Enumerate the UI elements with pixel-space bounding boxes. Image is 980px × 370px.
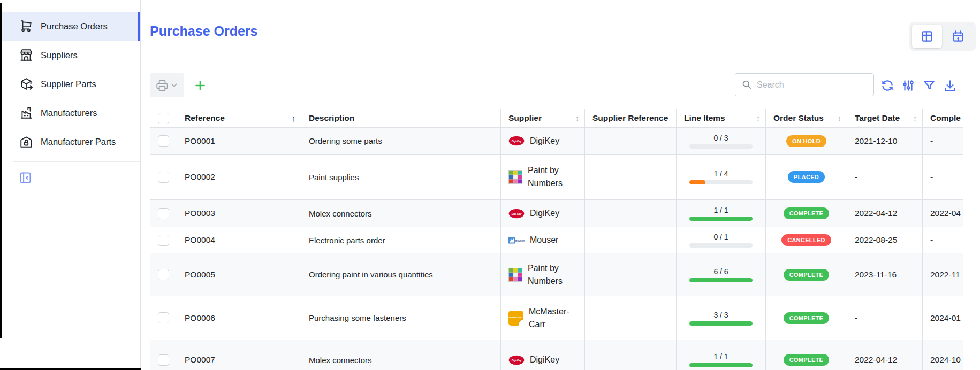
description-cell: Ordering paint in various quantities bbox=[301, 253, 501, 296]
svg-text:McMASTER: McMASTER bbox=[509, 315, 522, 318]
sidebar-item-suppliers[interactable]: Suppliers bbox=[0, 41, 140, 70]
print-button[interactable] bbox=[150, 73, 184, 97]
reference-cell: PO0007 bbox=[177, 340, 301, 370]
supplier-logo-mcmaster-carr: McMASTER bbox=[508, 311, 523, 326]
download-button[interactable] bbox=[941, 77, 958, 94]
row-checkbox[interactable] bbox=[158, 235, 169, 246]
warehouse-lock-icon bbox=[19, 135, 33, 149]
target-date-cell: 2021-12-10 bbox=[847, 128, 923, 155]
factory-icon bbox=[19, 106, 33, 120]
table-row[interactable]: PO0005 Ordering paint in various quantit… bbox=[150, 253, 964, 296]
column-settings-button[interactable] bbox=[900, 77, 916, 94]
status-badge: COMPLETE bbox=[784, 269, 830, 281]
column-header-supplier[interactable]: Supplier↕ bbox=[501, 109, 585, 128]
status-badge: COMPLETE bbox=[784, 207, 830, 219]
sidebar-collapse-icon bbox=[18, 171, 33, 185]
sidebar-item-manufacturers[interactable]: Manufacturers bbox=[0, 98, 140, 127]
filter-icon bbox=[922, 79, 936, 92]
table-row[interactable]: PO0001 Ordering some parts Digi-KeyDigiK… bbox=[150, 128, 964, 155]
description-cell: Paint supplies bbox=[301, 155, 501, 200]
description-cell: Molex connectors bbox=[301, 340, 501, 370]
sidebar-item-manufacturer-parts[interactable]: Manufacturer Parts bbox=[0, 127, 140, 156]
column-header-description[interactable]: Description bbox=[301, 109, 501, 128]
supplier-name: Mouser bbox=[530, 234, 558, 246]
refresh-icon bbox=[880, 79, 894, 92]
page-title: Purchase Orders bbox=[150, 24, 258, 39]
status-badge: COMPLETE bbox=[784, 354, 830, 366]
select-all-checkbox[interactable] bbox=[158, 113, 169, 124]
sidebar-item-label: Purchase Orders bbox=[41, 21, 108, 32]
sidebar-item-purchase-orders[interactable]: Purchase Orders bbox=[0, 12, 140, 41]
description-cell: Ordering some parts bbox=[301, 128, 501, 155]
description-cell: Purchasing some fasteners bbox=[301, 296, 501, 340]
calendar-view-button[interactable] bbox=[943, 25, 973, 48]
status-badge: ON HOLD bbox=[786, 135, 826, 147]
row-checkbox[interactable] bbox=[158, 354, 169, 366]
reference-cell: PO0002 bbox=[177, 155, 301, 200]
plus-icon bbox=[193, 79, 207, 92]
line-items-progress: 1 / 1 bbox=[689, 352, 753, 367]
supplier-reference-cell bbox=[585, 227, 677, 253]
view-toggle bbox=[909, 22, 976, 51]
status-badge: CANCELLED bbox=[781, 234, 831, 246]
row-checkbox[interactable] bbox=[158, 312, 169, 323]
package-export-icon bbox=[19, 77, 33, 91]
download-icon bbox=[943, 79, 957, 92]
sidebar-item-label: Manufacturers bbox=[41, 108, 97, 118]
supplier-logo-digikey: Digi-Key bbox=[508, 209, 525, 219]
column-header-line-items[interactable]: Line Items↕ bbox=[677, 109, 766, 128]
table-row[interactable]: PO0002 Paint supplies Paint by Numbers 1… bbox=[150, 155, 964, 200]
table-header-row: Reference↑ Description Supplier↕ Supplie… bbox=[150, 109, 964, 128]
supplier-name: DigiKey bbox=[530, 353, 559, 366]
completion-date-cell: - bbox=[923, 128, 964, 155]
chevron-down-icon bbox=[170, 81, 179, 90]
supplier-reference-cell bbox=[585, 128, 677, 155]
table-row[interactable]: PO0007 Molex connectors Digi-KeyDigiKey … bbox=[150, 340, 964, 370]
row-checkbox[interactable] bbox=[158, 269, 169, 280]
refresh-button[interactable] bbox=[879, 77, 895, 94]
supplier-reference-cell bbox=[585, 155, 677, 200]
sidebar-divider bbox=[13, 161, 140, 162]
search-icon bbox=[741, 79, 753, 90]
column-header-order-status[interactable]: Order Status↕ bbox=[766, 109, 847, 128]
row-checkbox[interactable] bbox=[158, 208, 169, 219]
sort-both-icon: ↕ bbox=[913, 114, 917, 122]
supplier-logo-mouser: MOUSER bbox=[508, 236, 525, 245]
supplier-reference-cell bbox=[585, 340, 677, 370]
description-cell: Electronic parts order bbox=[301, 227, 501, 253]
purchase-orders-table: Reference↑ Description Supplier↕ Supplie… bbox=[150, 109, 963, 370]
row-checkbox[interactable] bbox=[158, 135, 169, 147]
filter-button[interactable] bbox=[921, 77, 937, 94]
supplier-logo-paint-by-numbers bbox=[508, 170, 522, 184]
column-header-supplier-reference[interactable]: Supplier Reference bbox=[585, 109, 677, 128]
reference-cell: PO0004 bbox=[177, 227, 301, 253]
row-checkbox[interactable] bbox=[158, 172, 169, 183]
completion-date-cell: - bbox=[923, 227, 964, 253]
sort-both-icon: ↕ bbox=[756, 114, 760, 122]
line-items-progress: 6 / 6 bbox=[689, 267, 753, 282]
column-header-reference[interactable]: Reference↑ bbox=[177, 109, 301, 128]
line-items-progress: 3 / 3 bbox=[689, 311, 753, 326]
svg-text:MOUSER: MOUSER bbox=[515, 240, 525, 242]
supplier-reference-cell bbox=[585, 200, 677, 227]
sidebar-collapse-button[interactable] bbox=[18, 171, 33, 187]
target-date-cell: - bbox=[847, 155, 923, 200]
column-header-target-date[interactable]: Target Date↕ bbox=[847, 109, 923, 128]
table-row[interactable]: PO0003 Molex connectors Digi-KeyDigiKey … bbox=[150, 200, 964, 227]
sidebar-item-supplier-parts[interactable]: Supplier Parts bbox=[0, 70, 140, 98]
search-input[interactable] bbox=[757, 80, 873, 90]
sort-asc-icon: ↑ bbox=[292, 114, 296, 123]
column-header-completion-date[interactable]: Comple bbox=[923, 109, 964, 128]
table-view-button[interactable] bbox=[912, 25, 942, 48]
completion-date-cell: 2024-10 bbox=[923, 340, 964, 370]
target-date-cell: 2023-11-16 bbox=[847, 253, 923, 296]
sidebar-item-label: Supplier Parts bbox=[41, 79, 96, 89]
sidebar: Purchase Orders Suppliers Supplier Parts… bbox=[0, 0, 141, 370]
table-row[interactable]: PO0004 Electronic parts order MOUSERMous… bbox=[150, 227, 964, 253]
add-purchase-order-button[interactable] bbox=[189, 74, 211, 97]
line-items-progress: 1 / 1 bbox=[689, 206, 753, 221]
table-row[interactable]: PO0006 Purchasing some fasteners McMASTE… bbox=[150, 296, 964, 340]
select-all-header[interactable] bbox=[150, 109, 177, 128]
status-badge: PLACED bbox=[788, 171, 825, 183]
svg-text:Digi-Key: Digi-Key bbox=[512, 212, 522, 215]
